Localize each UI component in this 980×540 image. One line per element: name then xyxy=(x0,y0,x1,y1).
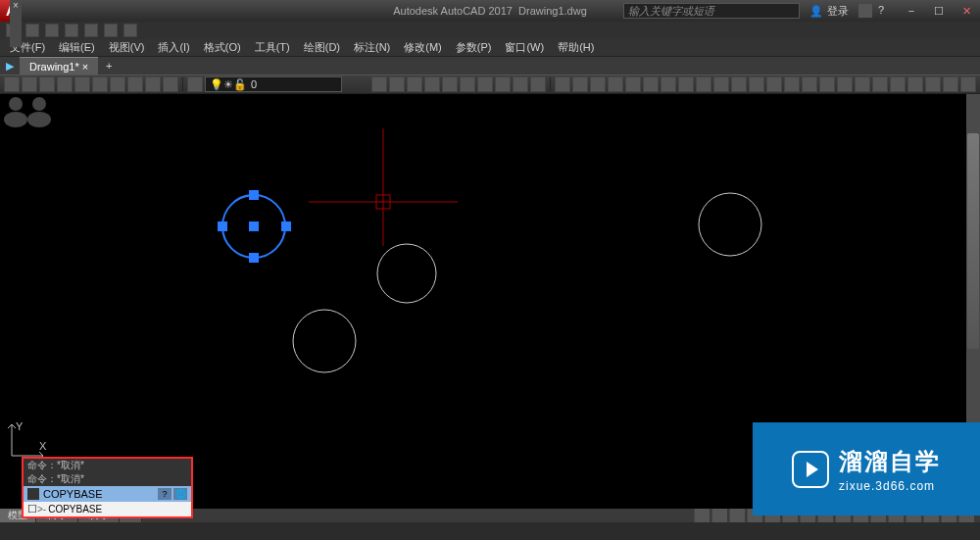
close-tab-icon[interactable]: × xyxy=(82,61,88,73)
start-tab[interactable]: ▶ xyxy=(0,57,20,74)
tb-move-icon[interactable] xyxy=(371,76,387,92)
menu-param[interactable]: 参数(P) xyxy=(450,40,498,55)
watermark: 溜溜自学 zixue.3d66.com xyxy=(753,422,980,515)
layer-dropdown[interactable]: 💡 ☀ 🔓 0 xyxy=(205,76,342,92)
menu-modify[interactable]: 修改(M) xyxy=(398,40,448,55)
tb-i-icon[interactable] xyxy=(696,76,711,92)
tb-c-icon[interactable] xyxy=(590,76,606,92)
tb-table-icon[interactable] xyxy=(145,76,161,92)
main-toolbar: 💡 ☀ 🔓 0 xyxy=(0,74,980,94)
tb-e-icon[interactable] xyxy=(625,76,641,92)
lightbulb-icon: 💡 xyxy=(210,78,223,91)
menu-edit[interactable]: 编辑(E) xyxy=(53,40,101,55)
tb-q-icon[interactable] xyxy=(837,76,853,92)
command-input-row[interactable]: ☐ >- xyxy=(24,502,191,516)
tb-l-icon[interactable] xyxy=(749,76,764,92)
tb-j-icon[interactable] xyxy=(713,76,729,92)
save-icon[interactable] xyxy=(45,24,59,37)
tb-block-icon[interactable] xyxy=(163,76,178,92)
menu-window[interactable]: 窗口(W) xyxy=(499,40,550,55)
tb-f-icon[interactable] xyxy=(643,76,659,92)
menu-bar: 文件(F) 编辑(E) 视图(V) 插入(I) 格式(O) 工具(T) 绘图(D… xyxy=(0,39,980,57)
command-line-block: 命令：*取消* 命令：*取消* COPYBASE ? 🌐 ☐ >- xyxy=(22,457,193,518)
tb-layer-icon[interactable] xyxy=(187,76,203,92)
redo-icon[interactable] xyxy=(123,24,137,37)
menu-format[interactable]: 格式(O) xyxy=(198,40,247,55)
undo-icon[interactable] xyxy=(104,24,118,37)
menu-insert[interactable]: 插入(I) xyxy=(152,40,195,55)
tb-array-icon[interactable] xyxy=(530,76,546,92)
menu-draw[interactable]: 绘图(D) xyxy=(298,40,346,55)
tb-mirror-icon[interactable] xyxy=(424,76,440,92)
cmd-help-icon[interactable]: ? xyxy=(158,488,172,500)
tb-n-icon[interactable] xyxy=(784,76,800,92)
status-snap-icon[interactable] xyxy=(711,509,727,522)
cmd-globe-icon[interactable]: 🌐 xyxy=(173,488,187,500)
help-search-input[interactable]: 输入关键字或短语 xyxy=(623,3,800,19)
cmd-prompt: >- xyxy=(37,504,46,515)
tb-w-icon[interactable] xyxy=(943,76,958,92)
tb-k-icon[interactable] xyxy=(731,76,747,92)
status-grid-icon[interactable] xyxy=(694,509,710,522)
menu-help[interactable]: 帮助(H) xyxy=(552,40,600,55)
tb-u-icon[interactable] xyxy=(907,76,923,92)
play-icon xyxy=(792,451,829,488)
user-icon: 👤 xyxy=(809,5,823,18)
menu-tools[interactable]: 工具(T) xyxy=(249,40,296,55)
open-icon[interactable] xyxy=(25,24,39,37)
svg-point-7 xyxy=(9,97,23,111)
tb-b-icon[interactable] xyxy=(572,76,588,92)
cmd-suggestion[interactable]: COPYBASE ? 🌐 xyxy=(24,486,191,502)
titlebar: A Autodesk AutoCAD 2017 Drawing1.dwg 输入关… xyxy=(0,0,980,22)
minimize-button[interactable]: − xyxy=(898,0,925,22)
tb-hatch-icon[interactable] xyxy=(92,76,108,92)
new-tab-button[interactable]: + xyxy=(98,57,120,74)
close-button[interactable]: ✕ xyxy=(953,0,980,22)
tb-a-icon[interactable] xyxy=(555,76,570,92)
tb-text-icon[interactable] xyxy=(110,76,125,92)
tb-t-icon[interactable] xyxy=(890,76,906,92)
tb-m-icon[interactable] xyxy=(766,76,782,92)
tb-v-icon[interactable] xyxy=(925,76,941,92)
tb-o-icon[interactable] xyxy=(802,76,817,92)
plot-icon[interactable] xyxy=(84,24,98,37)
tb-trim-icon[interactable] xyxy=(460,76,475,92)
drawing-tab[interactable]: Drawing1* × xyxy=(20,57,98,74)
help-icon[interactable]: ? xyxy=(878,4,892,18)
tb-d-icon[interactable] xyxy=(608,76,623,92)
tb-offset-icon[interactable] xyxy=(513,76,528,92)
cmdline-close-icon[interactable]: × xyxy=(10,0,22,47)
tb-rotate-icon[interactable] xyxy=(407,76,422,92)
exchange-icon[interactable] xyxy=(858,4,872,18)
tb-scale-icon[interactable] xyxy=(442,76,458,92)
tb-r-icon[interactable] xyxy=(855,76,870,92)
menu-view[interactable]: 视图(V) xyxy=(103,40,151,55)
signin-button[interactable]: 👤 登录 xyxy=(809,4,849,19)
tb-fillet-icon[interactable] xyxy=(495,76,511,92)
tb-s-icon[interactable] xyxy=(872,76,888,92)
tb-copy-icon[interactable] xyxy=(389,76,405,92)
tb-extend-icon[interactable] xyxy=(477,76,493,92)
svg-point-8 xyxy=(32,97,46,111)
tb-line-icon[interactable] xyxy=(4,76,20,92)
menu-dim[interactable]: 标注(N) xyxy=(348,40,396,55)
tb-p-icon[interactable] xyxy=(819,76,835,92)
cmd-history-line: 命令：*取消* xyxy=(24,459,191,472)
svg-point-10 xyxy=(27,112,51,127)
tb-dim-icon[interactable] xyxy=(127,76,143,92)
document-tabs: ▶ Drawing1* × + xyxy=(0,57,980,74)
tb-pline-icon[interactable] xyxy=(22,76,37,92)
tb-rect-icon[interactable] xyxy=(74,76,90,92)
tb-circle-icon[interactable] xyxy=(39,76,55,92)
tb-arc-icon[interactable] xyxy=(57,76,73,92)
command-input[interactable] xyxy=(46,503,187,515)
cmd-input-icon: ☐ xyxy=(27,503,37,515)
tb-x-icon[interactable] xyxy=(960,76,976,92)
quick-access-toolbar xyxy=(0,22,980,39)
saveas-icon[interactable] xyxy=(65,24,78,37)
tb-h-icon[interactable] xyxy=(678,76,694,92)
sun-icon: ☀ xyxy=(223,78,233,91)
status-ortho-icon[interactable] xyxy=(729,509,745,522)
maximize-button[interactable]: ☐ xyxy=(925,0,953,22)
tb-g-icon[interactable] xyxy=(661,76,676,92)
